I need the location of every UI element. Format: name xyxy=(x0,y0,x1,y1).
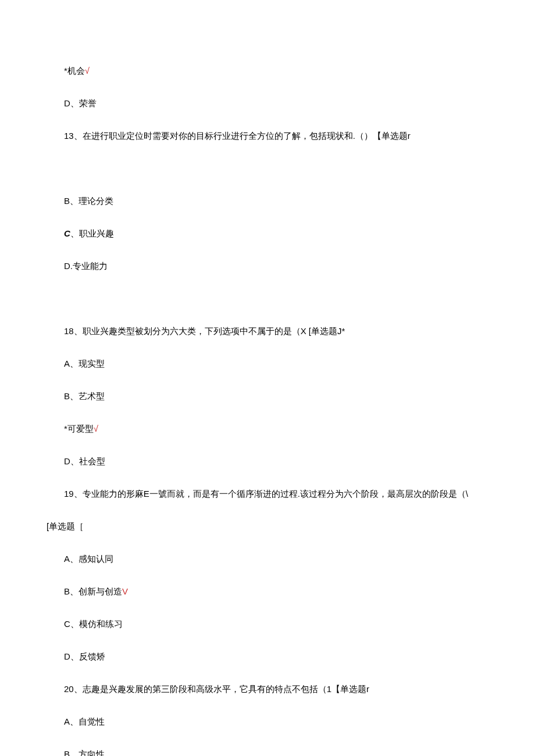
blank-line xyxy=(47,292,488,306)
option-text: A、现实型 xyxy=(64,359,105,368)
text-line: A、自觉性 xyxy=(47,715,488,729)
check-mark: √ xyxy=(85,66,90,76)
option-text: B、艺术型 xyxy=(64,391,105,401)
question-content: [单选题［ xyxy=(47,521,84,531)
text-line: C、模仿和练习 xyxy=(47,617,488,631)
text-line: B、理论分类 xyxy=(47,194,488,208)
text-line: D、反馈矫 xyxy=(47,650,488,664)
question-text-continued: [单选题［ xyxy=(47,519,488,533)
option-text: D.专业能力 xyxy=(64,261,108,271)
text-line: D、社会型 xyxy=(47,454,488,468)
option-text: D、荣誉 xyxy=(64,98,97,108)
text-line: D.专业能力 xyxy=(47,259,488,273)
option-text: *可爱型 xyxy=(64,424,94,433)
option-text: A、感知认同 xyxy=(64,554,113,564)
option-text: C、模仿和练习 xyxy=(64,619,123,629)
option-text: B、方向性 xyxy=(64,749,105,756)
question-text: 18、职业兴趣类型被划分为六大类，下列选项中不属于的是（X [单选题J* xyxy=(47,324,488,338)
question-content: 19、专业能力的形麻E一號而就，而是有一个循序渐进的过程.该过程分为六个阶段，最… xyxy=(64,489,468,499)
question-text: 19、专业能力的形麻E一號而就，而是有一个循序渐进的过程.该过程分为六个阶段，最… xyxy=(47,487,488,501)
text-line: A、感知认同 xyxy=(47,552,488,566)
option-text: B、理论分类 xyxy=(64,196,113,206)
option-text: D、社会型 xyxy=(64,456,105,466)
option-text: *机会 xyxy=(64,66,85,76)
question-content: 13、在进行职业定位时需要对你的目标行业进行全方位的了解，包括现状和.（）【单选… xyxy=(64,131,411,141)
text-line: *可爱型√ xyxy=(47,422,488,436)
check-mark: √ xyxy=(94,424,98,433)
option-label: C xyxy=(64,228,70,238)
document-content: *机会√ D、荣誉 13、在进行职业定位时需要对你的目标行业进行全方位的了解，包… xyxy=(0,0,535,756)
blank-line xyxy=(47,162,488,175)
question-content: 20、志趣是兴趣发展的第三阶段和高级水平，它具有的特点不包括（1【单选题r xyxy=(64,684,369,694)
option-text: A、自觉性 xyxy=(64,716,105,726)
text-line: B、创新与创造V xyxy=(47,585,488,599)
text-line: C、职业兴趣 xyxy=(47,227,488,241)
text-line: *机会√ xyxy=(47,64,488,78)
check-mark: V xyxy=(122,586,128,596)
option-text: 、职业兴趣 xyxy=(70,228,114,238)
question-text: 13、在进行职业定位时需要对你的目标行业进行全方位的了解，包括现状和.（）【单选… xyxy=(47,129,488,143)
text-line: A、现实型 xyxy=(47,357,488,371)
text-line: D、荣誉 xyxy=(47,96,488,110)
text-line: B、方向性 xyxy=(47,747,488,756)
question-text: 20、志趣是兴趣发展的第三阶段和高级水平，它具有的特点不包括（1【单选题r xyxy=(47,682,488,696)
question-content: 18、职业兴趣类型被划分为六大类，下列选项中不属于的是（X [单选题J* xyxy=(64,326,345,336)
option-text: B、创新与创造 xyxy=(64,586,122,596)
option-text: D、反馈矫 xyxy=(64,651,105,661)
text-line: B、艺术型 xyxy=(47,389,488,403)
